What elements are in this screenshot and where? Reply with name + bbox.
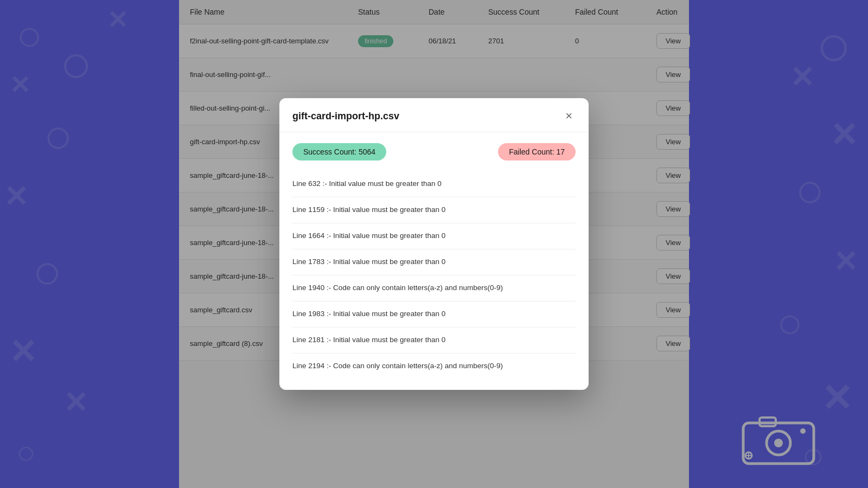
modal-overlay: gift-card-import-hp.csv × Success Count:…	[0, 0, 868, 488]
error-item: Line 1983 :- Initial value must be great…	[292, 301, 576, 328]
modal-body: Success Count: 5064 Failed Count: 17 Lin…	[279, 132, 589, 389]
failed-count-badge: Failed Count: 17	[498, 143, 576, 160]
error-item: Line 1783 :- Initial value must be great…	[292, 249, 576, 275]
modal-title: gift-card-import-hp.csv	[292, 111, 399, 122]
error-item: Line 2194 :- Code can only contain lette…	[292, 354, 576, 379]
modal-stats: Success Count: 5064 Failed Count: 17	[292, 143, 576, 160]
error-item: Line 632 :- Initial value must be greate…	[292, 171, 576, 197]
error-item: Line 1159 :- Initial value must be great…	[292, 197, 576, 223]
error-item: Line 1940 :- Code can only contain lette…	[292, 275, 576, 301]
error-list: Line 632 :- Initial value must be greate…	[292, 171, 576, 378]
modal-header: gift-card-import-hp.csv ×	[279, 98, 589, 132]
modal-dialog: gift-card-import-hp.csv × Success Count:…	[279, 98, 589, 389]
success-count-badge: Success Count: 5064	[292, 143, 386, 160]
modal-close-button[interactable]: ×	[562, 109, 576, 123]
error-item: Line 2181 :- Initial value must be great…	[292, 328, 576, 354]
error-item: Line 1664 :- Initial value must be great…	[292, 223, 576, 249]
